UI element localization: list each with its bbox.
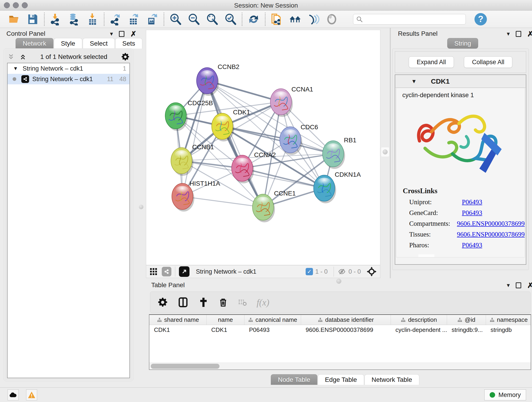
- hide-glass-eye-icon[interactable]: [307, 13, 320, 26]
- crosslink-link[interactable]: P06493: [462, 209, 482, 217]
- column-header-description[interactable]: description: [391, 315, 447, 325]
- expand-all-button[interactable]: Expand All: [409, 56, 454, 68]
- add-column-icon[interactable]: [198, 297, 209, 308]
- selected-checkbox-icon[interactable]: ✓: [306, 268, 313, 275]
- network-canvas[interactable]: CCNB2CCNA1CDC25BCDK1CDC6RB1CCNB1CCNA2CDK…: [146, 30, 380, 265]
- network-edge[interactable]: [182, 196, 263, 207]
- crosslink-link[interactable]: P06493: [462, 198, 482, 206]
- network-node-rb1[interactable]: RB1: [323, 137, 356, 169]
- export-table-icon[interactable]: [128, 13, 140, 26]
- table-cell[interactable]: CDK1: [149, 325, 207, 335]
- network-edge[interactable]: [207, 81, 263, 207]
- open-session-icon[interactable]: [8, 13, 21, 26]
- tab-select[interactable]: Select: [83, 38, 115, 49]
- left-splitter-handle[interactable]: [139, 205, 143, 209]
- vertical-splitter[interactable]: [380, 28, 390, 278]
- node-table[interactable]: shared namenamecanonical namedatabase id…: [149, 314, 531, 370]
- expand-all-chevrons-icon[interactable]: [7, 53, 15, 60]
- export-image-icon[interactable]: [146, 13, 158, 26]
- table-cell[interactable]: stringdb: [486, 325, 531, 335]
- horizontal-splitter-handle[interactable]: [336, 279, 341, 284]
- sphere-eye-icon[interactable]: [326, 13, 338, 26]
- column-header-database-identifier[interactable]: database identifier: [301, 315, 391, 325]
- tab-string[interactable]: String: [447, 38, 478, 49]
- table-cell[interactable]: cyclin-dependent ...: [391, 325, 447, 335]
- share-document-icon[interactable]: [271, 13, 283, 26]
- tab-network[interactable]: Network: [16, 38, 53, 49]
- tab-sets[interactable]: Sets: [115, 38, 142, 49]
- network-node-hist1h1a[interactable]: HIST1H1A: [172, 180, 220, 211]
- table-cell[interactable]: 9606.ENSP00000378699: [301, 325, 391, 335]
- protein-structure-image: [396, 104, 525, 180]
- hidden-eye-icon[interactable]: [337, 268, 346, 275]
- table-horizontal-scrollbar[interactable]: [149, 363, 531, 370]
- column-header-namespace[interactable]: namespace: [486, 315, 531, 325]
- birds-eye-view-icon[interactable]: [366, 266, 377, 277]
- column-header-shared-name[interactable]: shared name: [149, 315, 207, 325]
- table-cell[interactable]: CDK1: [207, 325, 244, 335]
- cloud-status-button[interactable]: [7, 389, 19, 400]
- crosslink-link[interactable]: 9606.ENSP00000378699: [457, 220, 525, 227]
- column-header-name[interactable]: name: [207, 315, 244, 325]
- zoom-fit-icon[interactable]: [206, 13, 218, 26]
- panel-float-icon[interactable]: [119, 31, 124, 37]
- tree-expand-caret-icon[interactable]: ▼: [13, 65, 18, 71]
- crosslink-link[interactable]: P06493: [462, 241, 482, 249]
- scrollbar-thumb[interactable]: [151, 364, 220, 369]
- panel-menu-caret-icon[interactable]: ▾: [507, 282, 510, 289]
- string-style-icon[interactable]: [162, 267, 171, 276]
- search-box[interactable]: [353, 14, 466, 25]
- search-input[interactable]: [363, 16, 459, 23]
- home-network-icon[interactable]: [289, 13, 301, 26]
- panel-menu-caret-icon[interactable]: ▾: [110, 30, 113, 37]
- table-cell[interactable]: stringdb:9...: [447, 325, 486, 335]
- import-table-icon[interactable]: [86, 13, 99, 26]
- panel-close-icon[interactable]: ✗: [527, 31, 532, 37]
- table-row[interactable]: CDK1CDK1P064939606.ENSP00000378699cyclin…: [149, 325, 531, 335]
- panel-float-icon[interactable]: [516, 31, 521, 37]
- network-node-ccne1[interactable]: CCNE1: [253, 190, 296, 222]
- warnings-button[interactable]: [26, 389, 37, 400]
- panel-close-icon[interactable]: ✗: [130, 31, 137, 37]
- collapse-all-button[interactable]: Collapse All: [464, 56, 512, 68]
- import-network-file-icon[interactable]: [50, 13, 62, 26]
- collapse-all-chevrons-icon[interactable]: [19, 53, 27, 60]
- zoom-out-icon[interactable]: [188, 13, 200, 26]
- tab-node-table[interactable]: Node Table: [271, 374, 317, 385]
- column-header--id[interactable]: @id: [447, 315, 486, 325]
- tab-edge-table[interactable]: Edge Table: [318, 374, 364, 385]
- help-icon[interactable]: ?: [475, 13, 487, 26]
- export-network-icon[interactable]: [109, 13, 122, 26]
- panel-menu-caret-icon[interactable]: ▾: [507, 30, 510, 37]
- panel-float-icon[interactable]: [516, 282, 521, 288]
- network-edge[interactable]: [182, 81, 207, 196]
- gene-header-row[interactable]: ▼ CDK1: [395, 75, 526, 88]
- zoom-in-icon[interactable]: [169, 13, 182, 26]
- panel-close-icon[interactable]: ✗: [527, 282, 532, 288]
- delete-column-icon[interactable]: [218, 297, 228, 308]
- table-options-gear-icon[interactable]: [157, 297, 168, 308]
- node-label-ccnb1: CCNB1: [192, 143, 214, 151]
- gene-collapse-caret-icon[interactable]: ▼: [411, 78, 417, 85]
- grid-view-icon[interactable]: [149, 268, 158, 276]
- network-label: String Network – cdk1: [32, 76, 93, 83]
- zoom-selected-icon[interactable]: [224, 13, 237, 26]
- open-in-window-icon[interactable]: [179, 266, 190, 277]
- table-cell[interactable]: P06493: [244, 325, 301, 335]
- network-options-gear-icon[interactable]: [121, 52, 130, 61]
- column-header-canonical-name[interactable]: canonical name: [244, 315, 301, 325]
- refresh-icon[interactable]: [247, 13, 260, 26]
- tab-network-table[interactable]: Network Table: [365, 374, 419, 385]
- network-row[interactable]: String Network – cdk1 11 48: [7, 74, 129, 84]
- crosslink-link[interactable]: 9606.ENSP00000378699: [457, 230, 525, 238]
- save-session-icon[interactable]: [27, 13, 39, 26]
- node-label-cdk1: CDK1: [233, 109, 250, 116]
- memory-button[interactable]: Memory: [484, 389, 526, 400]
- network-node-cdc6[interactable]: CDC6: [280, 123, 318, 155]
- network-node-cdkn1a[interactable]: CDKN1A: [314, 171, 361, 203]
- show-columns-icon[interactable]: [177, 297, 189, 308]
- tab-style[interactable]: Style: [54, 38, 82, 49]
- splitter-handle-dot[interactable]: [383, 149, 388, 154]
- network-collection-row[interactable]: ▼ String Network – cdk1 1: [7, 63, 129, 74]
- import-network-database-icon[interactable]: [68, 13, 80, 26]
